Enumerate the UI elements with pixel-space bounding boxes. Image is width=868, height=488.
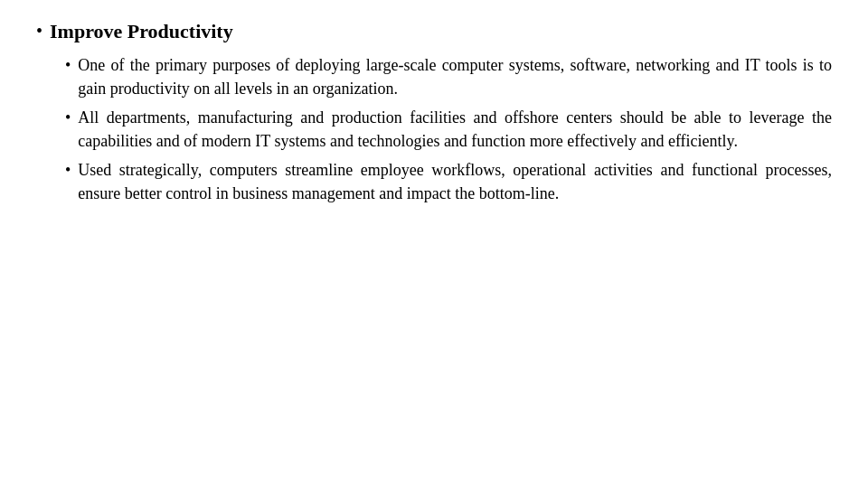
main-title: Improve Productivity (50, 18, 233, 46)
sub-bullet-text-1: One of the primary purposes of deploying… (78, 53, 832, 100)
sub-bullets-list: • One of the primary purposes of deployi… (65, 53, 832, 206)
sub-bullet-text-3: Used strategically, computers streamline… (78, 158, 832, 205)
main-bullet: • Improve Productivity (36, 18, 832, 46)
sub-bullet-2: • All departments, manufacturing and pro… (65, 106, 832, 153)
sub-bullet-marker-3: • (65, 158, 71, 182)
sub-bullet-3: • Used strategically, computers streamli… (65, 158, 832, 205)
slide-container: • Improve Productivity • One of the prim… (0, 0, 868, 488)
sub-bullet-text-2: All departments, manufacturing and produ… (78, 106, 832, 153)
sub-bullet-marker-1: • (65, 53, 71, 77)
main-bullet-marker: • (36, 18, 42, 43)
sub-bullet-1: • One of the primary purposes of deployi… (65, 53, 832, 100)
sub-bullet-marker-2: • (65, 106, 71, 129)
